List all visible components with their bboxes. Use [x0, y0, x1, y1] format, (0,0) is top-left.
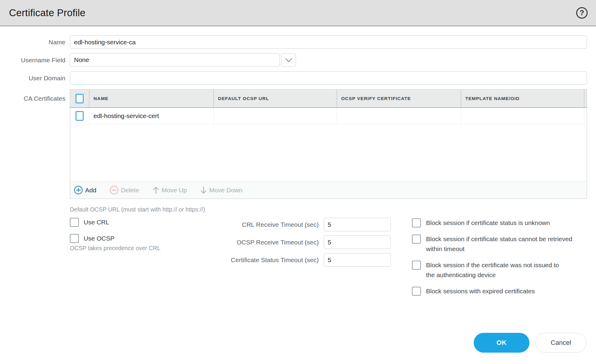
user-domain-input[interactable] [70, 71, 587, 85]
user-domain-label: User Domain [0, 71, 65, 85]
crl-ocsp-column: Use CRL Use OCSP OCSP takes precedence o… [70, 218, 199, 302]
table-row[interactable]: edl-hosting-service-cert [70, 108, 587, 124]
block-expired-option: Block sessions with expired certificates [412, 286, 587, 296]
block-not-issued-checkbox[interactable] [412, 261, 421, 270]
username-field-select[interactable]: None [70, 53, 280, 67]
column-header-name[interactable]: NAME [89, 90, 214, 107]
delete-button[interactable]: Delete [109, 185, 139, 195]
chevron-down-icon[interactable] [281, 53, 296, 67]
block-not-issued-label: Block session if the certificate was not… [426, 260, 561, 280]
move-up-button[interactable]: Move Up [152, 186, 187, 194]
arrow-up-icon [152, 186, 159, 194]
use-crl-option: Use CRL [70, 218, 199, 227]
block-status-timeout-checkbox[interactable] [412, 235, 421, 244]
move-down-label: Move Down [209, 187, 243, 194]
ocsp-precedence-note: OCSP takes precedence over CRL [70, 245, 199, 252]
use-ocsp-label: Use OCSP [84, 235, 115, 242]
block-status-timeout-option: Block session if certificate status cann… [412, 234, 587, 254]
ca-certificates-row: CA Certificates NAME DEFAULT OCSP URL OC… [0, 89, 596, 199]
header-gutter [584, 90, 587, 107]
block-options-column: Block session if certificate status is u… [412, 218, 587, 302]
cell-ocsp-verify-certificate [337, 108, 461, 124]
cell-template-name-oid [461, 108, 584, 124]
username-field-row: Username Field None [0, 53, 596, 67]
cert-status-timeout-input[interactable] [324, 253, 391, 267]
cert-status-timeout-label: Certificate Status Timeout (sec) [199, 253, 319, 267]
use-ocsp-checkbox[interactable] [70, 234, 79, 243]
ocsp-timeout-input[interactable] [324, 235, 391, 249]
column-header-ocsp-verify-certificate[interactable]: OCSP VERIFY CERTIFICATE [337, 90, 461, 107]
use-crl-checkbox[interactable] [70, 218, 79, 227]
options-section: Use CRL Use OCSP OCSP takes precedence o… [70, 218, 596, 302]
dialog-body: Name Username Field None User Domain [0, 26, 596, 302]
table-toolbar: Add Delete Move Up [70, 181, 587, 199]
timeouts-column: CRL Receive Timeout (sec) OCSP Receive T… [199, 218, 391, 302]
help-icon[interactable]: ? [576, 7, 588, 19]
crl-timeout-label: CRL Receive Timeout (sec) [199, 218, 319, 231]
block-status-timeout-label: Block session if certificate status cann… [426, 234, 577, 254]
block-expired-label: Block sessions with expired certificates [426, 286, 535, 296]
name-label: Name [0, 35, 65, 49]
ok-button[interactable]: OK [474, 333, 529, 353]
table-header: NAME DEFAULT OCSP URL OCSP VERIFY CERTIF… [70, 90, 587, 108]
cancel-button[interactable]: Cancel [535, 333, 586, 353]
block-not-issued-option: Block session if the certificate was not… [412, 260, 587, 280]
row-gutter [584, 108, 587, 124]
cert-status-timeout-row: Certificate Status Timeout (sec) [199, 253, 391, 267]
dialog-footer: OK Cancel [474, 333, 586, 353]
use-ocsp-option: Use OCSP [70, 234, 199, 243]
ocsp-timeout-label: OCSP Receive Timeout (sec) [199, 235, 319, 249]
column-header-template-name-oid[interactable]: TEMPLATE NAME/OID [461, 90, 584, 107]
block-status-unknown-label: Block session if certificate status is u… [426, 218, 550, 228]
block-status-unknown-checkbox[interactable] [412, 218, 421, 227]
crl-timeout-row: CRL Receive Timeout (sec) [199, 218, 391, 231]
cell-default-ocsp-url [214, 108, 337, 124]
move-down-button[interactable]: Move Down [200, 186, 243, 194]
ocsp-timeout-row: OCSP Receive Timeout (sec) [199, 235, 391, 249]
username-field-label: Username Field [0, 53, 65, 67]
default-ocsp-url-note: Default OCSP URL (must start with http:/… [70, 206, 596, 213]
arrow-down-icon [200, 186, 207, 194]
certificate-profile-dialog: Certificate Profile ? Name Username Fiel… [0, 0, 596, 302]
add-label: Add [85, 187, 96, 194]
name-input[interactable] [70, 35, 587, 49]
block-expired-checkbox[interactable] [412, 287, 421, 296]
circle-plus-icon [74, 185, 83, 195]
ca-certificates-label: CA Certificates [0, 89, 65, 108]
circle-minus-icon [109, 185, 119, 195]
select-all-checkbox[interactable] [76, 94, 84, 103]
ca-certificates-table: NAME DEFAULT OCSP URL OCSP VERIFY CERTIF… [70, 89, 587, 199]
crl-timeout-input[interactable] [324, 218, 391, 231]
cell-name: edl-hosting-service-cert [89, 108, 214, 124]
column-header-default-ocsp-url[interactable]: DEFAULT OCSP URL [214, 90, 337, 107]
row-checkbox[interactable] [76, 111, 84, 121]
use-crl-label: Use CRL [84, 219, 109, 226]
move-up-label: Move Up [162, 187, 187, 194]
dialog-header: Certificate Profile ? [0, 0, 596, 26]
delete-label: Delete [121, 187, 139, 194]
table-empty-area [70, 124, 587, 181]
add-button[interactable]: Add [74, 185, 96, 195]
name-row: Name [0, 35, 596, 49]
user-domain-row: User Domain [0, 71, 596, 85]
page-title: Certificate Profile [9, 7, 85, 19]
block-status-unknown-option: Block session if certificate status is u… [412, 218, 587, 228]
